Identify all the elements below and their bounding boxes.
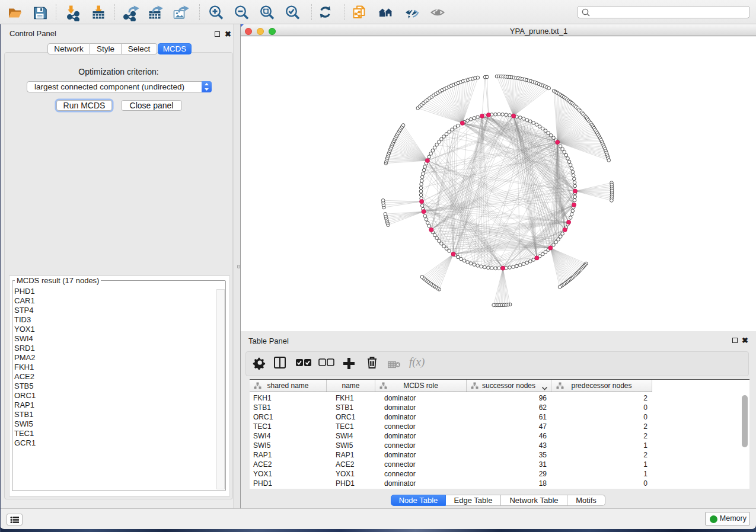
svg-text:f(x): f(x) <box>409 355 425 368</box>
